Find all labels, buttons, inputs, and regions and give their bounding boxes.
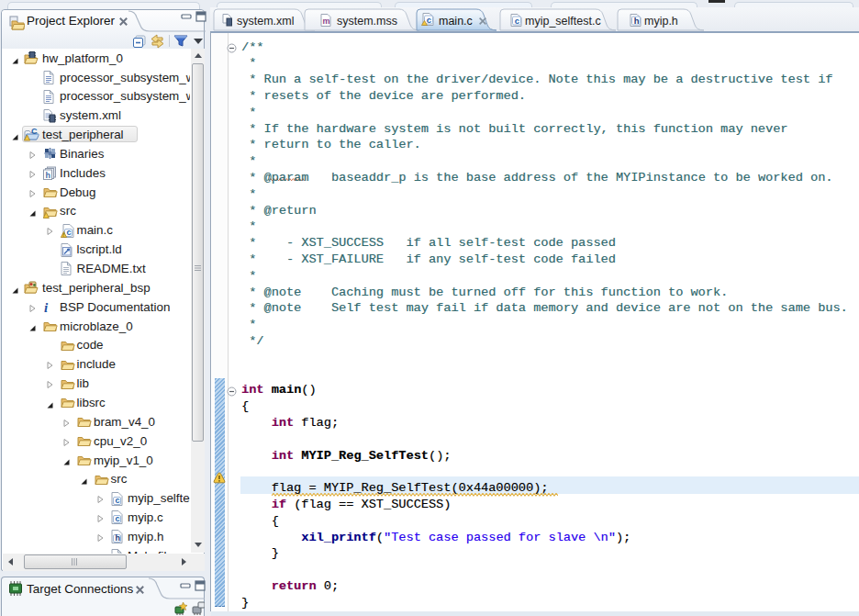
svg-text:c: c — [116, 515, 120, 524]
svg-text:c: c — [116, 496, 120, 505]
svg-text:c: c — [66, 228, 71, 237]
svg-text:c: c — [515, 16, 519, 26]
svg-text:h: h — [46, 171, 51, 180]
svg-text:m: m — [323, 17, 330, 26]
svg-text:i: i — [44, 300, 49, 314]
svg-text:h: h — [634, 16, 640, 26]
svg-text:C: C — [31, 128, 38, 136]
svg-text:c: c — [427, 15, 431, 25]
svg-text:h: h — [116, 533, 121, 543]
